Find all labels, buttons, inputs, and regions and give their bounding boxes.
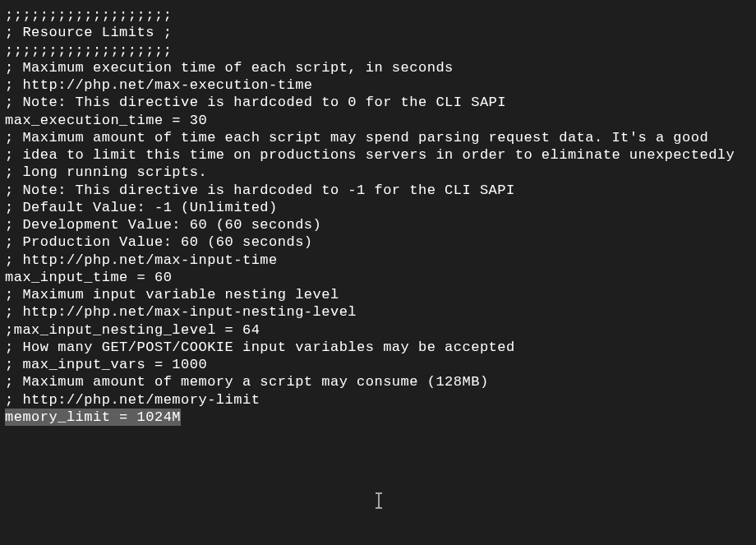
editing-text: memory_limit = 1024: [5, 409, 172, 426]
config-setting: max_input_time = 60: [5, 269, 751, 286]
config-setting: max_execution_time = 30: [5, 112, 751, 129]
config-line: ; Development Value: 60 (60 seconds): [5, 216, 751, 233]
config-line: ;;;;;;;;;;;;;;;;;;;: [5, 42, 751, 59]
config-line: ; Maximum amount of memory a script may …: [5, 373, 751, 390]
config-line: ; http://php.net/memory-limit: [5, 391, 751, 409]
config-line: ; idea to limit this time on productions…: [5, 146, 751, 164]
config-line: ;;;;;;;;;;;;;;;;;;;: [5, 7, 751, 24]
editing-cursor-char: M: [172, 409, 181, 426]
config-line: ; http://php.net/max-input-nesting-level: [5, 303, 751, 321]
config-line: ; Maximum input variable nesting level: [5, 286, 751, 303]
config-line: ; long running scripts.: [5, 164, 751, 181]
config-line: ; How many GET/POST/COOKIE input variabl…: [5, 339, 751, 356]
config-setting: ; max_input_vars = 1000: [5, 356, 751, 373]
config-line: ; Resource Limits ;: [5, 24, 751, 41]
config-line: ; Note: This directive is hardcoded to -…: [5, 182, 751, 199]
config-line: ; Note: This directive is hardcoded to 0…: [5, 94, 751, 111]
highlighted-config-line: memory_limit = 1024M: [5, 409, 751, 426]
text-cursor-icon: [373, 492, 385, 515]
config-setting: ;max_input_nesting_level = 64: [5, 321, 751, 339]
config-editor[interactable]: ;;;;;;;;;;;;;;;;;;; ; Resource Limits ; …: [5, 7, 751, 426]
config-line: ; http://php.net/max-execution-time: [5, 76, 751, 94]
config-line: ; Maximum execution time of each script,…: [5, 59, 751, 76]
config-line: ; Maximum amount of time each script may…: [5, 129, 751, 146]
config-line: ; http://php.net/max-input-time: [5, 252, 751, 269]
config-line: ; Production Value: 60 (60 seconds): [5, 233, 751, 251]
config-line: ; Default Value: -1 (Unlimited): [5, 199, 751, 216]
